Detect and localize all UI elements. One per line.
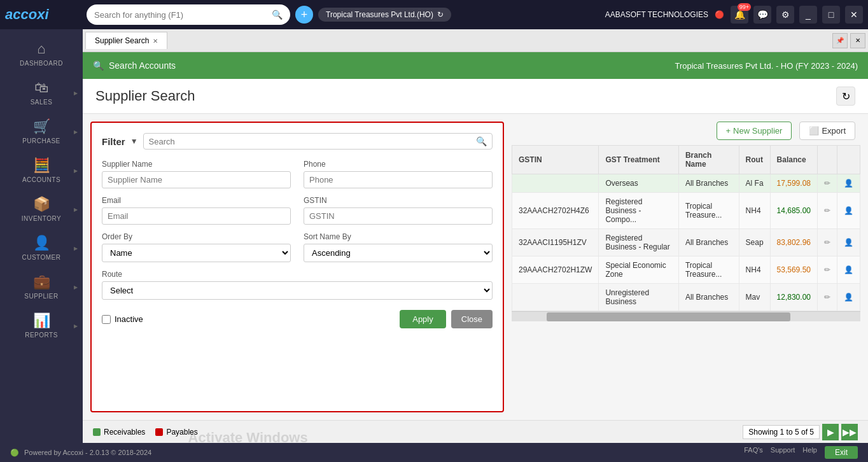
col-gstin[interactable]: GSTIN (512, 146, 599, 174)
sidebar-item-customer[interactable]: 👤 CUSTOMER (0, 228, 83, 267)
filter-search-input[interactable] (149, 137, 476, 146)
company-selector[interactable]: Tropical Treasures Pvt Ltd.(HO) ↻ (318, 8, 451, 22)
sidebar-label-inventory: INVENTORY (22, 215, 61, 222)
page-refresh-button[interactable]: ↻ (836, 87, 855, 106)
tab-actions: 📌 ✕ (832, 33, 865, 48)
footer-help[interactable]: Help (802, 446, 817, 459)
sidebar-item-reports[interactable]: 📊 REPORTS (0, 306, 83, 345)
tab-label: Supplier Search (95, 36, 149, 45)
col-gst-treatment[interactable]: GST Treatment (599, 146, 678, 174)
cell-user-action[interactable]: 👤 (837, 174, 860, 193)
cell-edit-action[interactable]: ✏ (817, 229, 837, 256)
cell-balance: 83,802.96 (770, 229, 817, 256)
messages-button[interactable]: 💬 (753, 6, 771, 24)
sidebar-item-sales[interactable]: 🛍 SALES (0, 73, 83, 112)
inactive-checkbox[interactable] (102, 315, 111, 324)
phone-label: Phone (304, 160, 493, 169)
order-by-select[interactable]: Name Code (102, 244, 291, 262)
cell-user-action[interactable]: 👤 (837, 284, 860, 311)
cell-route: Al Fa (739, 174, 770, 193)
minimize-button[interactable]: _ (799, 6, 817, 24)
receivables-dot (93, 428, 101, 436)
cell-user-action[interactable]: 👤 (837, 229, 860, 256)
settings-button[interactable]: ⚙ (776, 6, 794, 24)
filter-search-box[interactable]: 🔍 (143, 133, 493, 150)
user-icon[interactable]: 👤 (844, 293, 853, 302)
edit-icon[interactable]: ✏ (824, 293, 830, 302)
search-input[interactable] (94, 10, 272, 20)
sidebar-item-accounts[interactable]: 🧮 ACCOUNTS (0, 151, 83, 190)
sidebar-item-inventory[interactable]: 📦 INVENTORY (0, 190, 83, 228)
cell-edit-action[interactable]: ✏ (817, 256, 837, 284)
edit-icon[interactable]: ✏ (824, 206, 830, 215)
email-input[interactable] (102, 207, 291, 225)
footer-faqs[interactable]: FAQ's (744, 446, 763, 459)
notifications-button[interactable]: 🔔99+ (731, 6, 748, 24)
topbar: accoxi 🔍 + Tropical Treasures Pvt Ltd.(H… (0, 0, 868, 29)
apply-button[interactable]: Apply (400, 310, 446, 328)
add-button[interactable]: + (295, 6, 313, 24)
gstin-input[interactable] (304, 207, 493, 225)
sidebar-item-dashboard[interactable]: ⌂ DASHBOARD (0, 34, 83, 73)
edit-icon[interactable]: ✏ (824, 265, 830, 274)
sort-name-by-select[interactable]: Ascending Descending (304, 244, 493, 262)
pagination-last[interactable]: ▶▶ (841, 424, 858, 440)
route-select[interactable]: Select (102, 281, 493, 300)
main-layout: ⌂ DASHBOARD 🛍 SALES 🛒 PURCHASE 🧮 ACCOUNT… (0, 29, 868, 443)
topbar-icons: 🔔99+ 💬 ⚙ _ □ ✕ (731, 6, 863, 24)
table-row[interactable]: 32AAACH2702H4Z6 Registered Business - Co… (512, 193, 860, 229)
close-button[interactable]: ✕ (845, 6, 863, 24)
sidebar-item-purchase[interactable]: 🛒 PURCHASE (0, 112, 83, 151)
edit-icon[interactable]: ✏ (824, 238, 830, 247)
table-header-row: GSTIN GST Treatment Branch Name Rout Bal… (512, 146, 860, 174)
cell-edit-action[interactable]: ✏ (817, 174, 837, 193)
sidebar-item-supplier[interactable]: 💼 SUPPLIER (0, 267, 83, 306)
topbar-right: AABASOFT TECHNOLOGIES 🔴 🔔99+ 💬 ⚙ _ □ ✕ (605, 6, 863, 24)
pagination-info: Showing 1 to 5 of 5 (743, 425, 820, 439)
global-search[interactable]: 🔍 (87, 4, 290, 25)
table-row[interactable]: 32AAACI1195H1ZV Registered Business - Re… (512, 229, 860, 256)
col-route[interactable]: Rout (739, 146, 770, 174)
cell-balance: 12,830.00 (770, 284, 817, 311)
cell-gstin: 32AAACI1195H1ZV (512, 229, 599, 256)
user-icon[interactable]: 👤 (844, 206, 853, 215)
tab-action-pin[interactable]: 📌 (832, 33, 848, 48)
exit-button[interactable]: Exit (825, 446, 858, 459)
footer-support[interactable]: Support (771, 446, 795, 459)
maximize-button[interactable]: □ (822, 6, 840, 24)
search-icon: 🔍 (272, 10, 283, 20)
table-scroll-area[interactable]: GSTIN GST Treatment Branch Name Rout Bal… (512, 145, 860, 311)
table-row[interactable]: Overseas All Branches Al Fa 17,599.08 ✏ … (512, 174, 860, 193)
cell-edit-action[interactable]: ✏ (817, 284, 837, 311)
user-icon[interactable]: 👤 (844, 238, 853, 247)
cell-gst-treatment: Special Economic Zone (599, 256, 678, 284)
scrollbar-thumb (547, 312, 791, 321)
tab-supplier-search[interactable]: Supplier Search ✕ (85, 32, 167, 49)
pagination-next[interactable]: ▶ (822, 424, 839, 440)
new-supplier-button[interactable]: + New Supplier (717, 122, 792, 140)
export-button[interactable]: ⬜ Export (799, 122, 855, 140)
phone-input[interactable] (304, 171, 493, 188)
horizontal-scrollbar[interactable] (512, 311, 860, 321)
user-icon[interactable]: 👤 (844, 179, 853, 188)
sidebar-label-reports: REPORTS (25, 332, 58, 339)
table-row[interactable]: 29AAACH2702H1ZW Special Economic Zone Tr… (512, 256, 860, 284)
cell-balance: 53,569.50 (770, 256, 817, 284)
user-icon[interactable]: 👤 (844, 265, 853, 274)
cell-branch-name: Tropical Treasure... (678, 193, 739, 229)
tab-action-close[interactable]: ✕ (850, 33, 865, 48)
tab-close-icon[interactable]: ✕ (153, 38, 158, 45)
edit-icon[interactable]: ✏ (824, 179, 830, 188)
col-branch-name[interactable]: Branch Name (678, 146, 739, 174)
table-row[interactable]: Unregistered Business All Branches Mav 1… (512, 284, 860, 311)
cell-user-action[interactable]: 👤 (837, 256, 860, 284)
purchase-icon: 🛒 (33, 118, 50, 135)
cell-edit-action[interactable]: ✏ (817, 193, 837, 229)
close-button[interactable]: Close (451, 310, 493, 328)
footer-left: 🟢 Powered by Accoxi - 2.0.13 © 2018-2024 (10, 449, 151, 457)
cell-gstin: 32AAACH2702H4Z6 (512, 193, 599, 229)
col-balance[interactable]: Balance (770, 146, 817, 174)
cell-user-action[interactable]: 👤 (837, 193, 860, 229)
supplier-name-input[interactable] (102, 171, 291, 188)
inventory-icon: 📦 (33, 196, 50, 213)
